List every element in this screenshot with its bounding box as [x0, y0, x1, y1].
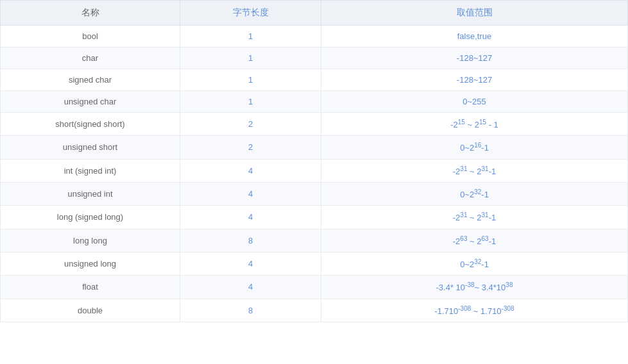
cell-range: -128~127: [321, 69, 628, 91]
cell-range: -231 ~ 231-1: [321, 159, 628, 182]
table-row: unsigned int40~232-1: [1, 182, 628, 205]
cell-range: -1.710-308 ~ 1.710-308: [321, 299, 628, 322]
cell-range: -128~127: [321, 47, 628, 69]
table-row: unsigned long40~232-1: [1, 252, 628, 275]
table-row: float4-3.4* 10-38~ 3.4*1038: [1, 276, 628, 299]
cell-name: long long: [1, 229, 180, 252]
table-row: bool1false,true: [1, 26, 628, 47]
table-row: int (signed int)4-231 ~ 231-1: [1, 159, 628, 182]
cell-name: short(signed short): [1, 113, 180, 136]
data-types-table: 名称 字节长度 取值范围 bool1false,truechar1-128~12…: [0, 0, 628, 322]
cell-range: false,true: [321, 26, 628, 47]
table-row: char1-128~127: [1, 47, 628, 69]
cell-bytes: 2: [180, 113, 321, 136]
cell-range: 0~255: [321, 91, 628, 113]
table-row: signed char1-128~127: [1, 69, 628, 91]
cell-bytes: 8: [180, 299, 321, 322]
cell-name: long (signed long): [1, 206, 180, 229]
header-range: 取值范围: [321, 1, 628, 26]
header-name: 名称: [1, 1, 180, 26]
cell-name: unsigned short: [1, 136, 180, 159]
cell-name: unsigned long: [1, 252, 180, 275]
cell-bytes: 4: [180, 159, 321, 182]
cell-range: 0~232-1: [321, 182, 628, 205]
cell-range: -231 ~ 231-1: [321, 206, 628, 229]
cell-bytes: 4: [180, 182, 321, 205]
table-row: double8-1.710-308 ~ 1.710-308: [1, 299, 628, 322]
cell-name: unsigned char: [1, 91, 180, 113]
cell-bytes: 2: [180, 136, 321, 159]
cell-range: -3.4* 10-38~ 3.4*1038: [321, 276, 628, 299]
cell-name: double: [1, 299, 180, 322]
cell-bytes: 1: [180, 47, 321, 69]
table-row: long long8-263 ~ 263-1: [1, 229, 628, 252]
cell-name: signed char: [1, 69, 180, 91]
cell-bytes: 1: [180, 26, 321, 47]
cell-bytes: 4: [180, 252, 321, 275]
table-row: short(signed short)2-215 ~ 215 - 1: [1, 113, 628, 136]
cell-range: 0~232-1: [321, 252, 628, 275]
table-row: unsigned char10~255: [1, 91, 628, 113]
cell-range: -263 ~ 263-1: [321, 229, 628, 252]
cell-name: char: [1, 47, 180, 69]
cell-bytes: 4: [180, 206, 321, 229]
table-row: long (signed long)4-231 ~ 231-1: [1, 206, 628, 229]
cell-name: bool: [1, 26, 180, 47]
header-bytes: 字节长度: [180, 1, 321, 26]
cell-bytes: 1: [180, 91, 321, 113]
cell-bytes: 4: [180, 276, 321, 299]
cell-bytes: 1: [180, 69, 321, 91]
cell-range: -215 ~ 215 - 1: [321, 113, 628, 136]
table-row: unsigned short20~216-1: [1, 136, 628, 159]
cell-bytes: 8: [180, 229, 321, 252]
cell-name: unsigned int: [1, 182, 180, 205]
cell-range: 0~216-1: [321, 136, 628, 159]
cell-name: float: [1, 276, 180, 299]
cell-name: int (signed int): [1, 159, 180, 182]
